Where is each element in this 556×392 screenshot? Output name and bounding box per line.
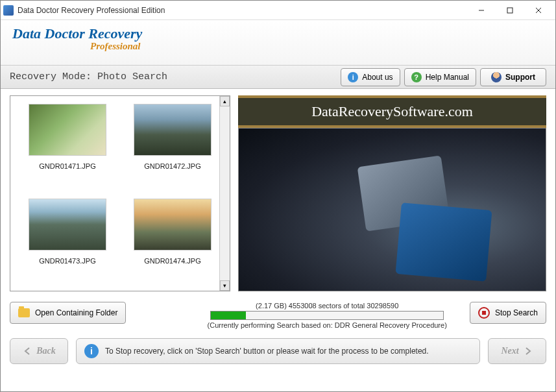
footer: Back i To Stop recovery, click on 'Stop … xyxy=(1,332,555,373)
progress-fill xyxy=(211,312,246,319)
thumbnails-grid: GNDR01471.JPG GNDR01472.JPG GNDR01473.JP… xyxy=(10,96,230,291)
thumbnail-item[interactable]: GNDR01473.JPG xyxy=(18,199,117,283)
chevron-right-icon xyxy=(523,346,533,356)
brand-sub: Professional xyxy=(90,41,544,52)
maximize-button[interactable] xyxy=(496,1,524,19)
info-icon: i xyxy=(84,344,99,358)
about-button[interactable]: i About us xyxy=(341,68,400,86)
help-manual-button[interactable]: ? Help Manual xyxy=(404,68,476,86)
close-button[interactable] xyxy=(524,1,553,19)
hint-text: To Stop recovery, click on 'Stop Search'… xyxy=(105,347,429,356)
thumbnail-item[interactable]: GNDR01472.JPG xyxy=(123,104,222,188)
about-label: About us xyxy=(362,73,393,82)
chevron-left-icon xyxy=(22,346,32,356)
thumbnail-filename: GNDR01471.JPG xyxy=(39,162,95,170)
hint-bar: i To Stop recovery, click on 'Stop Searc… xyxy=(76,338,480,364)
sectors-line: (2.17 GB) 4553008 sectors of total 30298… xyxy=(256,302,398,310)
app-icon xyxy=(3,5,14,16)
thumbnail-filename: GNDR01474.JPG xyxy=(144,257,200,265)
scroll-down-icon[interactable]: ▾ xyxy=(220,280,230,291)
recovery-mode-label: Recovery Mode: Photo Search xyxy=(10,71,337,82)
help-icon: ? xyxy=(411,72,422,82)
progress-row: Open Containing Folder (2.17 GB) 4553008… xyxy=(1,298,555,332)
thumbnails-scrollbar[interactable]: ▴ ▾ xyxy=(219,96,230,291)
support-label: Support xyxy=(505,73,535,82)
open-folder-label: Open Containing Folder xyxy=(35,308,117,317)
content-area: GNDR01471.JPG GNDR01472.JPG GNDR01473.JP… xyxy=(1,89,555,298)
support-button[interactable]: Support xyxy=(480,68,546,86)
info-icon: i xyxy=(348,72,358,82)
folder-icon xyxy=(18,308,30,317)
thumbnail-image xyxy=(134,199,212,251)
scroll-up-icon[interactable]: ▴ xyxy=(220,96,230,106)
thumbnail-item[interactable]: GNDR01474.JPG xyxy=(123,199,222,283)
thumbnail-filename: GNDR01473.JPG xyxy=(39,257,95,265)
stop-icon xyxy=(478,307,490,319)
thumbnail-filename: GNDR01472.JPG xyxy=(144,162,200,170)
brand-main: Data Doctor Recovery xyxy=(12,25,544,42)
stop-label: Stop Search xyxy=(495,308,538,317)
back-button: Back xyxy=(10,338,68,364)
thumbnail-image xyxy=(134,104,212,156)
svg-rect-1 xyxy=(507,8,513,13)
help-label: Help Manual xyxy=(426,73,469,82)
next-label: Next xyxy=(501,346,518,356)
window-title: Data Doctor Recovery Professional Editio… xyxy=(18,6,467,15)
thumbnail-image xyxy=(29,104,106,156)
promo-image xyxy=(238,128,546,291)
promo-banner: DataRecoverySoftware.com xyxy=(238,95,546,128)
mode-bar: Recovery Mode: Photo Search i About us ?… xyxy=(1,66,555,89)
thumbnail-item[interactable]: GNDR01471.JPG xyxy=(18,104,117,188)
promo-panel: DataRecoverySoftware.com xyxy=(238,95,546,291)
next-button: Next xyxy=(488,338,546,364)
back-label: Back xyxy=(36,346,56,356)
progress-bar xyxy=(210,311,444,320)
support-icon xyxy=(491,72,502,82)
minimize-button[interactable] xyxy=(467,1,496,19)
open-containing-folder-button[interactable]: Open Containing Folder xyxy=(10,302,126,324)
thumbnail-image xyxy=(29,199,106,251)
progress-note: (Currently performing Search based on: D… xyxy=(208,321,447,329)
progress-center: (2.17 GB) 4553008 sectors of total 30298… xyxy=(193,302,461,329)
stop-search-button[interactable]: Stop Search xyxy=(470,302,546,324)
thumbnails-panel: GNDR01471.JPG GNDR01472.JPG GNDR01473.JP… xyxy=(10,95,230,291)
scrollbar-track[interactable] xyxy=(220,106,230,280)
brand-header: Data Doctor Recovery Professional xyxy=(1,20,555,66)
titlebar: Data Doctor Recovery Professional Editio… xyxy=(1,1,555,20)
